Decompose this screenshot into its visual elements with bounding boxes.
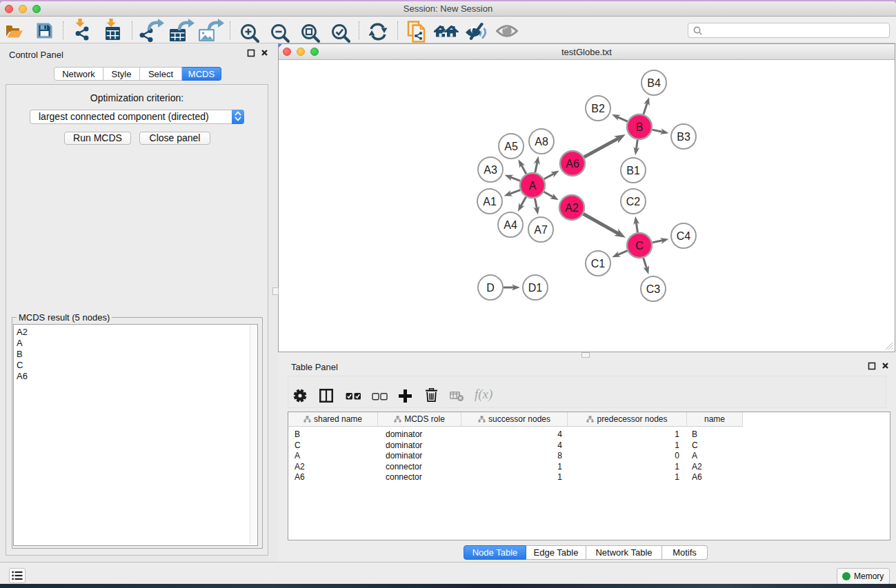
svg-text:A8: A8 (535, 136, 548, 148)
svg-text:D1: D1 (528, 282, 543, 294)
svg-text:A6: A6 (566, 158, 579, 170)
svg-text:D: D (486, 282, 495, 294)
svg-text:C2: C2 (626, 196, 641, 207)
svg-text:A: A (529, 180, 537, 192)
svg-text:B1: B1 (626, 165, 640, 176)
svg-text:C: C (635, 240, 644, 252)
svg-text:A2: A2 (565, 202, 579, 214)
svg-text:B3: B3 (677, 131, 690, 143)
svg-text:C3: C3 (646, 283, 661, 295)
svg-text:A5: A5 (504, 141, 518, 152)
svg-text:B4: B4 (647, 77, 661, 89)
svg-text:A7: A7 (534, 224, 548, 236)
svg-text:B: B (636, 121, 644, 133)
svg-text:A3: A3 (484, 164, 497, 176)
svg-text:B2: B2 (591, 103, 605, 114)
svg-text:A4: A4 (504, 219, 517, 231)
svg-text:A1: A1 (483, 196, 497, 207)
svg-text:C1: C1 (591, 258, 606, 270)
svg-text:C4: C4 (677, 230, 691, 242)
